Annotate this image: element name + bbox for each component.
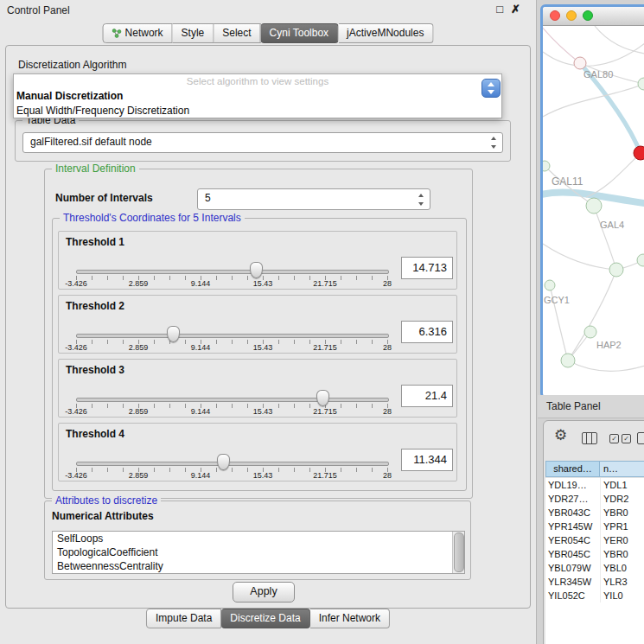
- network-node[interactable]: [561, 354, 575, 367]
- float-window-icon[interactable]: □: [496, 3, 503, 16]
- network-node[interactable]: [637, 254, 644, 266]
- slider-track[interactable]: [76, 398, 389, 402]
- threshold-value-field[interactable]: 11.344: [401, 449, 453, 471]
- network-node[interactable]: [574, 57, 586, 69]
- tab-cyni-toolbox[interactable]: Cyni Toolbox: [261, 23, 338, 43]
- columns-icon[interactable]: [582, 432, 597, 444]
- algorithm-dropdown-popup: Select algorithm to view settings Manual…: [13, 73, 502, 118]
- network-graph[interactable]: GAL80 GAL11 GAL4 GCY1 HAP2: [543, 26, 644, 392]
- slider-ticks: [76, 276, 388, 280]
- tick-label: -3.426: [65, 471, 87, 480]
- minimize-traffic-light-icon[interactable]: [566, 10, 577, 21]
- bottom-tab-discretize-data[interactable]: Discretize Data: [221, 609, 309, 628]
- column-header-shared-name[interactable]: shared…: [545, 461, 600, 477]
- network-node-selected[interactable]: [634, 146, 644, 160]
- slider-track[interactable]: [76, 334, 389, 338]
- threshold-slider[interactable]: -3.4262.8599.14415.4321.71528: [59, 296, 401, 353]
- tick-label: 21.715: [313, 407, 337, 416]
- scrollbar-thumb[interactable]: [454, 532, 464, 572]
- table-panel-header[interactable]: Table Panel: [538, 395, 644, 418]
- algorithm-combobox-stepper[interactable]: [481, 79, 501, 98]
- tick-label: 21.715: [313, 343, 337, 352]
- table-row[interactable]: YDL19…YDL1: [545, 478, 644, 492]
- table-cell: YIL052C: [545, 589, 601, 603]
- control-panel-window: Control Panel □ ✗ NetworkStyleSelectCyni…: [0, 0, 537, 644]
- table-data-group: Table Data galFiltered.sif default node: [15, 120, 511, 162]
- tick-label: 28: [383, 407, 392, 416]
- apply-button[interactable]: Apply: [233, 582, 295, 603]
- table-row[interactable]: YBR045CYBR0: [545, 547, 644, 561]
- tick-label: -3.426: [65, 279, 87, 288]
- threshold-value-field[interactable]: 6.316: [401, 321, 453, 343]
- zoom-traffic-light-icon[interactable]: [583, 10, 593, 21]
- threshold-value-field[interactable]: 14.713: [401, 257, 453, 279]
- tab-style[interactable]: Style: [173, 23, 214, 43]
- attribute-item-topologicalcoefficient[interactable]: TopologicalCoefficient: [53, 545, 464, 559]
- table-row[interactable]: YLR345WYLR3: [545, 575, 644, 589]
- node-label: GAL4: [600, 220, 624, 230]
- table-row[interactable]: YPR145WYPR1: [545, 520, 644, 533]
- tab-select[interactable]: Select: [214, 23, 260, 43]
- algorithm-option-equal-width-frequency-discretization[interactable]: Equal Width/Frequency Discretization: [14, 104, 501, 118]
- table-row[interactable]: YBR043CYBR0: [545, 506, 644, 520]
- tick-label: 2.859: [129, 279, 149, 288]
- network-view-window[interactable]: GAL80 GAL11 GAL4 GCY1 HAP2: [540, 4, 644, 399]
- slider-track[interactable]: [76, 462, 389, 466]
- slider-track[interactable]: [76, 270, 389, 274]
- tab-label: Infer Network: [319, 612, 380, 625]
- num-intervals-select[interactable]: 5: [197, 188, 430, 210]
- tab-label: jActiveMNodules: [347, 27, 424, 40]
- algorithm-option-manual-discretization[interactable]: Manual Discretization: [14, 89, 501, 104]
- gear-icon[interactable]: ⚙: [554, 426, 567, 443]
- network-node[interactable]: [638, 78, 644, 90]
- table-icon[interactable]: [637, 432, 644, 444]
- table-row[interactable]: YER054CYER0: [545, 533, 644, 547]
- table-cell: YLR3: [601, 575, 644, 589]
- thresholds-group: Threshold's Coordinates for 5 Intervals …: [52, 218, 467, 491]
- control-panel-titlebar[interactable]: Control Panel □ ✗: [0, 0, 536, 21]
- network-canvas[interactable]: GAL80 GAL11 GAL4 GCY1 HAP2: [543, 26, 644, 392]
- table-row[interactable]: YBL079WYBL0: [545, 561, 644, 575]
- attribute-item-betweennesscentrality[interactable]: BetweennessCentrality: [53, 559, 464, 573]
- tick-label: 28: [383, 279, 392, 288]
- network-node[interactable]: [543, 161, 550, 171]
- table-row[interactable]: YDR27…YDR2: [545, 492, 644, 506]
- bottom-tab-infer-network[interactable]: Infer Network: [310, 609, 390, 628]
- bottom-tab-impute-data[interactable]: Impute Data: [146, 609, 221, 628]
- table-cell: YLR345W: [545, 575, 601, 589]
- node-label: HAP2: [596, 340, 622, 350]
- checkbox-icon[interactable]: ✓: [622, 434, 631, 443]
- network-node[interactable]: [545, 280, 555, 290]
- close-traffic-light-icon[interactable]: [550, 10, 560, 21]
- tab-network[interactable]: Network: [103, 23, 173, 43]
- network-node[interactable]: [609, 263, 623, 277]
- network-node[interactable]: [584, 326, 596, 338]
- table-row[interactable]: YIL052CYIL0: [545, 589, 644, 603]
- table-cell: YER054C: [545, 533, 601, 547]
- tick-label: 15.43: [253, 279, 273, 288]
- slider-handle[interactable]: [316, 390, 329, 406]
- network-window-titlebar[interactable]: [543, 7, 644, 26]
- slider-handle[interactable]: [217, 454, 230, 470]
- table-data-select[interactable]: galFiltered.sif default node: [22, 132, 503, 153]
- tick-label: 9.144: [191, 279, 211, 288]
- node-label: GAL80: [583, 69, 613, 80]
- table-cell: YBR045C: [545, 547, 601, 561]
- close-window-icon[interactable]: ✗: [511, 3, 520, 16]
- threshold-slider[interactable]: -3.4262.8599.14415.4321.71528: [59, 360, 401, 417]
- threshold-slider[interactable]: -3.4262.8599.14415.4321.71528: [59, 424, 401, 481]
- slider-ticks: [76, 404, 388, 408]
- threshold-value-field[interactable]: 21.4: [401, 385, 453, 407]
- network-node[interactable]: [586, 198, 602, 214]
- tick-label: 2.859: [129, 407, 149, 416]
- num-intervals-value: 5: [205, 189, 211, 207]
- list-scrollbar[interactable]: [452, 532, 464, 573]
- checkbox-icon[interactable]: ✓: [609, 434, 619, 443]
- tab-jactivemnodules[interactable]: jActiveMNodules: [338, 23, 433, 43]
- threshold-slider[interactable]: -3.4262.8599.14415.4321.71528: [59, 232, 401, 289]
- numerical-attributes-list[interactable]: SelfLoopsTopologicalCoefficientBetweenne…: [52, 531, 465, 574]
- attributes-group-title: Attributes to discretize: [52, 494, 161, 507]
- attribute-item-selfloops[interactable]: SelfLoops: [53, 532, 464, 545]
- column-header-name[interactable]: n…: [600, 461, 644, 477]
- table-cell: YBR043C: [545, 506, 601, 520]
